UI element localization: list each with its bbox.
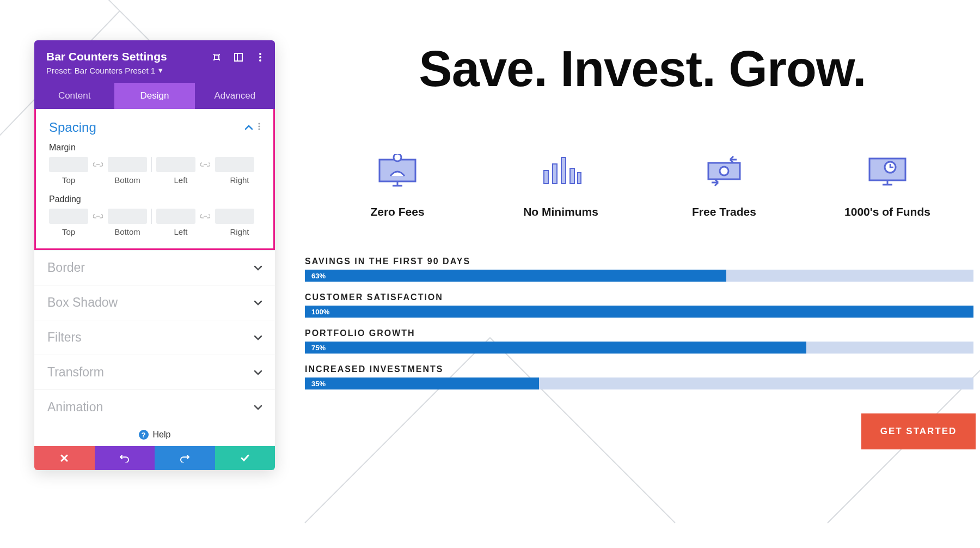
svg-rect-22 xyxy=(578,173,581,184)
margin-left-input[interactable] xyxy=(156,157,195,172)
bar-title: INCREASED INVESTMENTS xyxy=(305,364,973,374)
settings-panel: Bar Counters Settings Preset: Bar Counte… xyxy=(34,40,275,470)
svg-point-11 xyxy=(258,125,260,127)
svg-rect-18 xyxy=(544,171,548,184)
feature-monitor-user: Zero Fees xyxy=(327,152,468,218)
svg-point-17 xyxy=(394,154,401,161)
bar-track: 63% xyxy=(305,270,973,282)
page-preview: Save. Invest. Grow. Zero FeesNo Minimums… xyxy=(305,40,980,449)
layout-icon[interactable] xyxy=(234,52,243,62)
monitor-clock-icon xyxy=(863,152,912,190)
spacing-section-highlighted: Spacing Margin xyxy=(34,109,275,250)
chevron-down-icon xyxy=(254,298,262,308)
section-box-shadow[interactable]: Box Shadow xyxy=(34,285,275,320)
margin-top-input[interactable] xyxy=(49,157,88,172)
link-icon[interactable] xyxy=(199,158,212,171)
svg-point-4 xyxy=(219,59,220,60)
bar-title: SAVINGS IN THE FIRST 90 DAYS xyxy=(305,257,973,266)
section-more-icon[interactable] xyxy=(258,123,260,132)
action-bar xyxy=(34,446,275,470)
monitor-user-icon xyxy=(373,152,422,190)
undo-button[interactable] xyxy=(95,446,155,470)
svg-rect-0 xyxy=(215,55,219,59)
tabs-row: Content Design Advanced xyxy=(34,83,275,109)
preset-label: Preset: Bar Counters Preset 1 xyxy=(46,66,155,75)
tab-content[interactable]: Content xyxy=(34,83,114,109)
redo-button[interactable] xyxy=(155,446,215,470)
section-animation[interactable]: Animation xyxy=(34,389,275,424)
collapse-icon[interactable] xyxy=(245,123,253,132)
section-title: Animation xyxy=(47,400,103,415)
margin-bottom-input[interactable] xyxy=(108,157,147,172)
side-top: Top xyxy=(49,227,88,236)
preset-dropdown[interactable]: Preset: Bar Counters Preset 1 ▾ xyxy=(46,65,263,75)
feature-label: 1000's of Funds xyxy=(817,205,958,218)
section-title: Transform xyxy=(47,365,104,380)
divider xyxy=(151,209,152,224)
svg-rect-5 xyxy=(235,53,242,61)
spacing-title: Spacing xyxy=(49,120,96,135)
get-started-button[interactable]: GET STARTED xyxy=(861,413,976,449)
caret-down-icon: ▾ xyxy=(158,65,163,75)
chevron-down-icon xyxy=(254,333,262,343)
divider xyxy=(151,157,152,172)
chevron-down-icon xyxy=(254,403,262,412)
bar-item: CUSTOMER SATISFACTION100% xyxy=(305,293,973,318)
panel-header: Bar Counters Settings Preset: Bar Counte… xyxy=(34,40,275,83)
help-link[interactable]: ? Help xyxy=(34,424,275,446)
padding-label: Padding xyxy=(49,194,260,204)
link-icon[interactable] xyxy=(91,158,105,171)
svg-point-9 xyxy=(259,59,261,62)
feature-monitor-clock: 1000's of Funds xyxy=(817,152,958,218)
svg-rect-20 xyxy=(561,157,566,184)
cancel-button[interactable] xyxy=(34,446,95,470)
svg-point-10 xyxy=(258,123,260,124)
margin-label: Margin xyxy=(49,143,260,153)
padding-right-input[interactable] xyxy=(215,209,254,224)
side-top: Top xyxy=(49,175,88,185)
link-icon[interactable] xyxy=(199,210,212,223)
confirm-button[interactable] xyxy=(215,446,275,470)
feature-label: No Minimums xyxy=(490,205,632,218)
section-title: Box Shadow xyxy=(47,295,118,310)
help-label: Help xyxy=(153,430,171,440)
svg-point-2 xyxy=(219,54,220,55)
bar-track: 75% xyxy=(305,342,973,354)
chevron-down-icon xyxy=(254,368,262,377)
bar-title: CUSTOMER SATISFACTION xyxy=(305,293,973,302)
bar-track: 100% xyxy=(305,306,973,318)
svg-point-8 xyxy=(259,56,261,58)
bar-fill: 100% xyxy=(305,306,973,318)
bar-chart-icon xyxy=(536,152,585,190)
margin-right-input[interactable] xyxy=(215,157,254,172)
padding-top-input[interactable] xyxy=(49,209,88,224)
feature-label: Free Trades xyxy=(653,205,795,218)
tab-design[interactable]: Design xyxy=(114,83,194,109)
section-transform[interactable]: Transform xyxy=(34,355,275,389)
svg-point-3 xyxy=(213,59,215,60)
expand-icon[interactable] xyxy=(212,52,222,62)
hero-title: Save. Invest. Grow. xyxy=(305,40,980,98)
feature-cash-transfer: Free Trades xyxy=(653,152,795,218)
bar-counters: SAVINGS IN THE FIRST 90 DAYS63%CUSTOMER … xyxy=(305,257,980,389)
bar-value: 75% xyxy=(305,344,326,352)
svg-point-12 xyxy=(258,128,260,130)
section-filters[interactable]: Filters xyxy=(34,320,275,355)
svg-point-24 xyxy=(720,167,728,175)
svg-point-7 xyxy=(259,53,261,55)
more-icon[interactable] xyxy=(255,52,265,62)
feature-row: Zero FeesNo MinimumsFree Trades1000's of… xyxy=(305,152,980,218)
svg-rect-19 xyxy=(553,164,557,184)
side-right: Right xyxy=(220,227,259,236)
margin-inputs xyxy=(49,157,260,172)
tab-advanced[interactable]: Advanced xyxy=(195,83,275,109)
bar-fill: 35% xyxy=(305,377,539,389)
link-icon[interactable] xyxy=(91,210,105,223)
padding-bottom-input[interactable] xyxy=(108,209,147,224)
section-title: Border xyxy=(47,260,85,275)
section-title: Filters xyxy=(47,330,82,345)
section-border[interactable]: Border xyxy=(34,250,275,285)
svg-point-1 xyxy=(213,54,215,55)
padding-left-input[interactable] xyxy=(156,209,195,224)
padding-inputs xyxy=(49,209,260,224)
